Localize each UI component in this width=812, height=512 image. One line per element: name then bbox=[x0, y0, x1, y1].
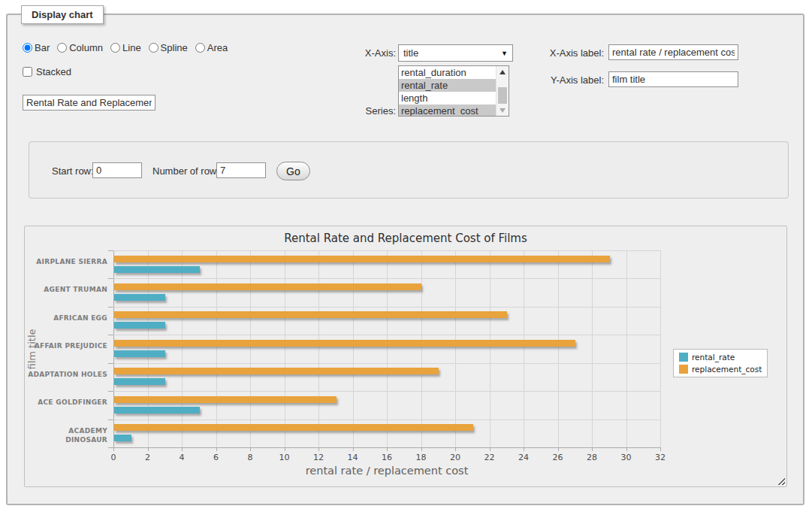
bar-rental_rate bbox=[114, 322, 165, 329]
category-label: AFFAIR PREJUDICE bbox=[25, 341, 107, 350]
series-option-length[interactable]: length bbox=[399, 92, 496, 105]
series-option-rental_duration[interactable]: rental_duration bbox=[399, 66, 496, 79]
gridline-v bbox=[455, 250, 456, 447]
x-tick-label: 30 bbox=[615, 453, 638, 462]
bar-rental_rate bbox=[114, 266, 200, 273]
gridline-h bbox=[113, 250, 660, 251]
x-tick bbox=[558, 447, 559, 451]
x-tick-label: 32 bbox=[649, 453, 672, 462]
gridline-v bbox=[182, 250, 183, 447]
x-axis-select[interactable]: title ▼ bbox=[398, 44, 513, 62]
y-axis-line bbox=[113, 250, 114, 447]
scroll-down-button[interactable] bbox=[497, 105, 509, 116]
y-axis-label-caption: Y-Axis label: bbox=[533, 74, 604, 86]
chart-type-option-area[interactable]: Area bbox=[195, 42, 228, 53]
y-tick bbox=[108, 420, 113, 420]
gridline-h bbox=[113, 335, 660, 335]
chart-type-option-spline[interactable]: Spline bbox=[149, 42, 188, 53]
series-option-replacement_cost[interactable]: replacement_cost bbox=[399, 105, 496, 116]
gridline-h bbox=[113, 363, 660, 364]
x-tick-label: 2 bbox=[137, 453, 159, 462]
y-tick bbox=[108, 307, 113, 308]
x-tick bbox=[660, 447, 661, 451]
gridline-h bbox=[113, 391, 660, 392]
display-chart-panel: Display chart BarColumnLineSplineArea St… bbox=[6, 14, 804, 505]
gridline-v bbox=[318, 250, 319, 447]
bar-rental_rate bbox=[114, 294, 165, 301]
x-tick bbox=[626, 447, 627, 451]
chart-type-radio-area[interactable] bbox=[195, 43, 205, 53]
series-option-rental_rate[interactable]: rental_rate bbox=[399, 79, 496, 92]
start-row-label: Start row: bbox=[52, 165, 94, 177]
category-label: ADAPTATION HOLES bbox=[25, 370, 107, 379]
category-label: AGENT TRUMAN bbox=[25, 285, 107, 294]
category-label: AFRICAN EGG bbox=[25, 314, 107, 323]
bar-replacement_cost bbox=[114, 396, 337, 403]
y-tick bbox=[108, 391, 113, 392]
category-label: ACADEMY DINOSAUR bbox=[25, 426, 107, 444]
x-axis-label-input[interactable] bbox=[608, 44, 738, 60]
x-tick-label: 24 bbox=[512, 453, 535, 462]
chart-type-radio-line[interactable] bbox=[110, 43, 120, 53]
chart-type-group: BarColumnLineSplineArea bbox=[23, 42, 232, 53]
x-tick bbox=[490, 447, 491, 451]
x-tick bbox=[182, 447, 183, 451]
x-tick bbox=[455, 447, 456, 451]
x-tick-label: 6 bbox=[205, 453, 228, 462]
bar-replacement_cost bbox=[114, 424, 473, 431]
scrollbar-thumb[interactable] bbox=[498, 87, 507, 104]
chart-type-label-line: Line bbox=[122, 42, 141, 53]
bar-rental_rate bbox=[114, 435, 131, 441]
x-tick-label: 12 bbox=[307, 453, 330, 462]
chart-title-input[interactable] bbox=[23, 95, 155, 111]
x-tick bbox=[421, 447, 422, 451]
chart-plot-area bbox=[113, 250, 660, 447]
chart-legend: rental_ratereplacement_cost bbox=[673, 349, 768, 377]
legend-swatch-replacement_cost bbox=[679, 365, 688, 374]
y-tick bbox=[108, 447, 113, 448]
category-label: ACE GOLDFINGER bbox=[25, 398, 107, 407]
x-tick-label: 22 bbox=[478, 453, 501, 462]
stacked-checkbox[interactable] bbox=[23, 67, 32, 77]
resize-grip[interactable] bbox=[777, 477, 785, 485]
chart-type-radio-column[interactable] bbox=[57, 43, 67, 53]
chart-container: Rental Rate and Replacement Cost of Film… bbox=[24, 226, 787, 487]
legend-item-rental_rate: rental_rate bbox=[679, 353, 762, 362]
scroll-up-icon bbox=[500, 70, 506, 74]
go-button[interactable]: Go bbox=[276, 162, 310, 180]
chart-type-option-bar[interactable]: Bar bbox=[23, 42, 50, 53]
rows-panel: Start row: Number of rows: Go bbox=[29, 141, 789, 198]
x-tick-label: 14 bbox=[342, 453, 364, 462]
chart-type-option-line[interactable]: Line bbox=[110, 42, 141, 53]
series-scrollbar[interactable] bbox=[496, 66, 509, 116]
bar-replacement_cost bbox=[114, 340, 575, 347]
gridline-v bbox=[558, 250, 559, 447]
chart-type-radio-bar[interactable] bbox=[23, 43, 32, 53]
stacked-label: Stacked bbox=[36, 66, 71, 77]
stacked-row[interactable]: Stacked bbox=[23, 66, 71, 77]
x-axis-label-caption: X-Axis label: bbox=[533, 47, 604, 59]
gridline-h bbox=[113, 420, 660, 420]
x-tick-label: 20 bbox=[444, 453, 466, 462]
gridline-v bbox=[626, 250, 627, 447]
x-tick bbox=[592, 447, 593, 451]
chart-type-option-column[interactable]: Column bbox=[57, 42, 103, 53]
gridline-v bbox=[250, 250, 251, 447]
chart-type-radio-spline[interactable] bbox=[149, 43, 158, 53]
x-tick-label: 0 bbox=[102, 453, 125, 462]
num-rows-input[interactable] bbox=[216, 162, 266, 178]
x-tick bbox=[113, 447, 114, 451]
y-axis-label-input[interactable] bbox=[608, 71, 738, 87]
bar-replacement_cost bbox=[114, 311, 507, 318]
start-row-input[interactable] bbox=[92, 162, 142, 178]
series-listbox[interactable]: rental_durationrental_ratelengthreplacem… bbox=[398, 65, 509, 117]
scroll-up-button[interactable] bbox=[497, 66, 509, 77]
x-tick bbox=[148, 447, 149, 451]
x-tick bbox=[387, 447, 388, 451]
panel-legend: Display chart bbox=[21, 5, 104, 24]
x-tick-label: 26 bbox=[547, 453, 569, 462]
y-tick bbox=[108, 278, 113, 279]
x-tick-label: 4 bbox=[171, 453, 193, 462]
gridline-v bbox=[490, 250, 491, 447]
series-listbox-label: Series: bbox=[339, 105, 396, 117]
